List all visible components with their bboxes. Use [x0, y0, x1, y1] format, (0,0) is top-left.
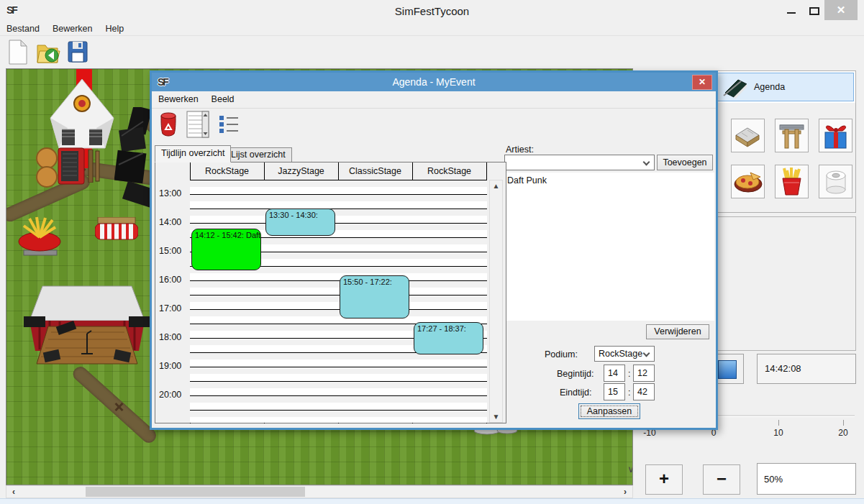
map-horizontal-scrollbar[interactable]: ‹ ›: [6, 485, 633, 498]
scroll-right-icon[interactable]: ›: [619, 487, 631, 497]
stage[interactable]: [22, 283, 152, 370]
time-label: 18:00: [159, 332, 188, 344]
schedule-table[interactable]: RockStageJazzyStageClassicStageRockStage…: [155, 162, 506, 423]
verwijderen-button[interactable]: Verwijderen: [646, 324, 709, 339]
schedule-event[interactable]: 13:30 - 14:30:: [265, 209, 335, 236]
shop-button-walkway-tile[interactable]: [731, 119, 765, 152]
aanpassen-button[interactable]: Aanpassen: [578, 403, 640, 419]
slider-tick: [843, 420, 844, 426]
timeline-view-icon[interactable]: [186, 111, 209, 138]
time-colon: :: [628, 388, 630, 398]
open-file-icon[interactable]: [36, 40, 62, 65]
time-label: 16:00: [159, 275, 188, 286]
menu-item-bewerken[interactable]: Bewerken: [46, 22, 99, 34]
shop-button-pizza[interactable]: [731, 165, 765, 198]
time-label: 15:00: [159, 246, 188, 257]
slider-tick: [778, 420, 779, 426]
table-vertical-scrollbar[interactable]: ▲ ▼: [489, 180, 503, 423]
schedule-column-header: RockStage: [190, 162, 264, 180]
info-groupbox: [712, 216, 856, 351]
scrollbar-thumb[interactable]: [86, 487, 305, 497]
status-strip: [0, 498, 864, 504]
dialog-title: Agenda - MyEvent: [152, 76, 716, 88]
main-menubar: BestandBewerkenHelp: [0, 22, 864, 36]
scroll-left-icon[interactable]: ‹: [8, 487, 19, 497]
bench[interactable]: [87, 150, 101, 183]
market-stall[interactable]: [95, 217, 138, 242]
minimize-icon: [787, 12, 796, 14]
podium-combobox-value: RockStage: [599, 349, 642, 359]
tab-lijst-overzicht[interactable]: Lijst overzicht: [224, 147, 292, 162]
zoom-level-value: 50%: [764, 474, 783, 485]
slider-label: 10: [773, 428, 783, 438]
chevron-down-icon: [643, 159, 650, 166]
chevron-down-icon: [643, 350, 650, 357]
scroll-up-icon[interactable]: ▲: [490, 182, 502, 190]
schedule-column-header: ClassicStage: [338, 162, 412, 180]
dialog-titlebar[interactable]: SF Agenda - MyEvent ✕: [152, 73, 716, 91]
eindtijd-label: Eindtijd:: [560, 388, 591, 398]
begin-minute-input[interactable]: 12: [633, 365, 655, 382]
maximize-button[interactable]: [804, 3, 824, 19]
artiest-label: Artiest:: [506, 145, 534, 155]
festival-tent[interactable]: [40, 75, 124, 154]
walkway-tile-icon: [732, 119, 764, 152]
time-label: 13:00: [159, 188, 188, 200]
toevoegen-button[interactable]: Toevoegen: [657, 155, 713, 170]
fries-stand[interactable]: [15, 213, 65, 257]
play-icon: [718, 360, 737, 379]
agenda-label: Agenda: [754, 82, 785, 92]
schedule-event[interactable]: 17:27 - 18:37:: [414, 322, 483, 354]
begin-hour-input[interactable]: 14: [604, 365, 625, 382]
menu-item-beeld[interactable]: Beeld: [205, 91, 241, 104]
list-view-icon[interactable]: [218, 114, 240, 135]
scroll-down-icon[interactable]: ▼: [490, 413, 502, 421]
menu-item-bestand[interactable]: Bestand: [0, 22, 46, 34]
time-label: 19:00: [159, 361, 188, 372]
dialog-menubar: BewerkenBeeld: [152, 91, 716, 109]
artist-combobox[interactable]: [504, 155, 655, 170]
dialog-close-button[interactable]: ✕: [692, 75, 712, 90]
zoom-level-box: 50%: [757, 463, 856, 495]
minimize-button[interactable]: [781, 3, 801, 19]
shop-button-fries[interactable]: [775, 165, 809, 198]
close-button[interactable]: ✕: [824, 0, 858, 20]
agenda-dialog: SF Agenda - MyEvent ✕ BewerkenBeeld Tijd…: [150, 70, 718, 430]
menu-item-help[interactable]: Help: [99, 22, 130, 34]
time-label: 20:00: [159, 390, 188, 401]
map-scroll-down-icon[interactable]: ∨: [625, 464, 633, 476]
pizza-icon: [732, 165, 764, 198]
app-title: SimFestTycoon: [0, 5, 864, 17]
torii-gate-icon: [776, 119, 808, 152]
tab-tijdlijn-overzicht[interactable]: Tijdlijn overzicht: [155, 145, 231, 162]
menu-item-bewerken[interactable]: Bewerken: [152, 91, 205, 104]
game-clock: 14:42:08: [757, 354, 856, 384]
eind-hour-input[interactable]: 15: [604, 383, 625, 400]
schedule-event[interactable]: 15:50 - 17:22:: [340, 275, 409, 318]
eind-minute-input[interactable]: 42: [633, 383, 655, 400]
artist-listbox[interactable]: Daft Punk: [504, 173, 714, 321]
artist-list-item[interactable]: Daft Punk: [504, 173, 714, 185]
zoom-in-button[interactable]: +: [645, 464, 683, 495]
podium-combobox[interactable]: RockStage: [594, 346, 655, 362]
shop-button-torii-gate[interactable]: [775, 119, 809, 152]
schedule-column-header: RockStage: [412, 162, 486, 180]
dialog-body: Tijdlijn overzicht Lijst overzicht RockS…: [152, 140, 716, 428]
clock-value: 14:42:08: [765, 363, 801, 374]
fries-icon: [776, 165, 808, 198]
new-file-icon[interactable]: [7, 40, 29, 65]
schedule-event-selected[interactable]: 14:12 - 15:42: Daft Punk: [191, 229, 261, 270]
main-titlebar: SF SimFestTycoon ✕: [0, 0, 864, 22]
begintijd-label: Begintijd:: [557, 369, 594, 379]
shop-button-toilet-paper[interactable]: [819, 165, 852, 198]
time-label: 14:00: [159, 217, 188, 229]
gift-icon: [819, 119, 852, 152]
shop-button-gift[interactable]: [819, 119, 852, 152]
delete-trash-icon[interactable]: [159, 112, 178, 137]
podium-label: Podium:: [545, 349, 578, 359]
save-icon[interactable]: [68, 41, 88, 63]
schedule-events: 14:12 - 15:42: Daft Punk13:30 - 14:30:15…: [190, 180, 487, 423]
schedule-column-header: JazzyStage: [264, 162, 338, 180]
zoom-out-button[interactable]: −: [703, 464, 740, 495]
sidebar-item-agenda[interactable]: Agenda: [714, 73, 854, 101]
